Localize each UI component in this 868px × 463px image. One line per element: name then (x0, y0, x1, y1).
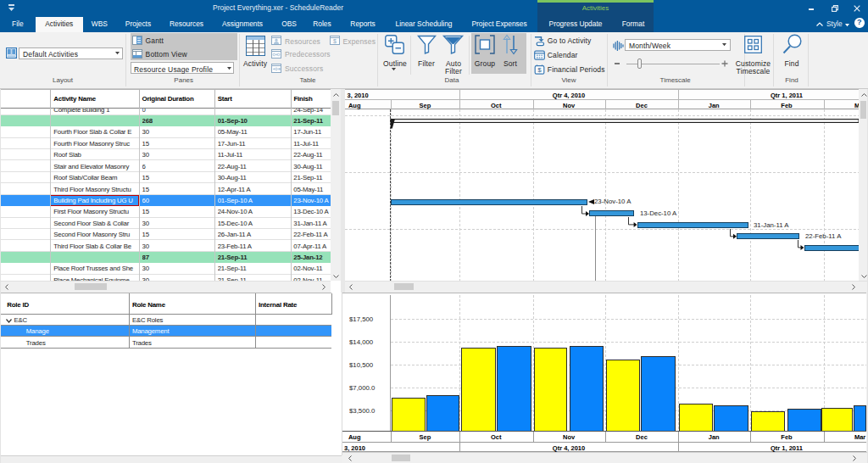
svg-text:$: $ (537, 66, 542, 74)
svg-text:$: $ (333, 38, 337, 44)
